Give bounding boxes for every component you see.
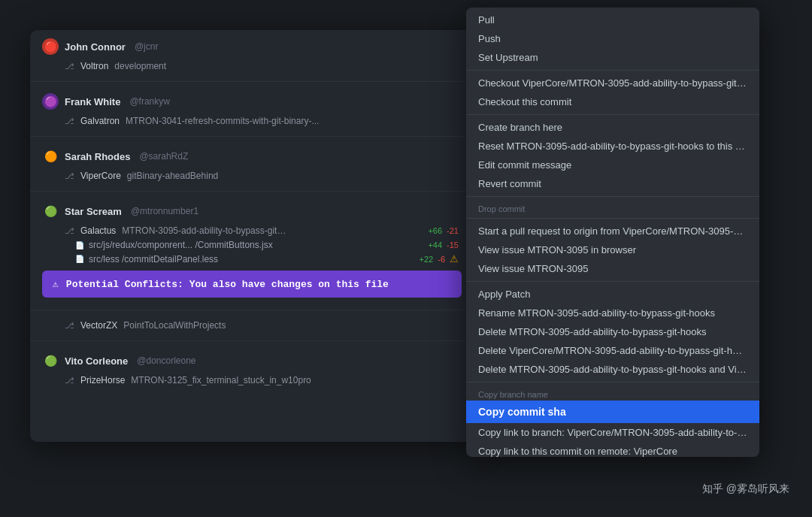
- menu-label-drop: Drop commit: [466, 200, 759, 215]
- user-handle-star: @mtronnumber1: [131, 206, 198, 216]
- branch-row-vector[interactable]: ⎇ VectorZX PointToLocalWithProjects: [30, 318, 474, 333]
- file-name-1: src/less /commitDetailPanel.less: [89, 254, 218, 265]
- divider-1: [30, 81, 474, 82]
- warning-icon-file-1: ⚠: [450, 253, 459, 265]
- watermark: 知乎 @雾岛听风来: [702, 482, 789, 496]
- branch-row-frank[interactable]: ⎇ Galvatron MTRON-3041-refresh-commits-w…: [30, 113, 474, 128]
- menu-pull[interactable]: Pull: [466, 11, 759, 29]
- menu-divider-6: [466, 382, 759, 382]
- avatar-sarah: 🟠: [42, 148, 59, 165]
- user-row-frank[interactable]: 🟣 Frank White @frankyw: [30, 89, 474, 113]
- branch-row-star[interactable]: ⎇ Galactus MTRON-3095-add-ability-to-byp…: [30, 223, 474, 238]
- user-row-john[interactable]: 🔴 John Connor @jcnr: [30, 35, 474, 59]
- branch-name-john: Voltron: [80, 61, 108, 71]
- branch-name-sarah: ViperCore: [80, 171, 121, 181]
- branch-name-star: Galactus: [80, 225, 116, 236]
- user-group-vito: 🟢 Vito Corleone @doncorleone ⎇ PrizeHors…: [30, 344, 474, 392]
- menu-copy-commit-sha[interactable]: Copy commit sha: [466, 401, 759, 423]
- menu-set-upstream[interactable]: Set Upstream: [466, 48, 759, 67]
- branch-name-vector: VectorZX: [80, 320, 117, 331]
- menu-copy-link-branch[interactable]: Copy link to branch: ViperCore/MTRON-309…: [466, 423, 759, 442]
- file-icon-0: 📄: [75, 241, 84, 249]
- menu-delete-origin-branch[interactable]: Delete ViperCore/MTRON-3095-add-ability-…: [466, 341, 759, 360]
- additions-file-0: +44: [428, 240, 442, 249]
- user-group-star: 🟢 Star Scream @mtronnumber1 ⎇ Galactus M…: [30, 195, 474, 307]
- menu-divider-5: [466, 281, 759, 282]
- branch-icon-frank: ⎇: [65, 116, 74, 126]
- user-row-vito[interactable]: 🟢 Vito Corleone @doncorleone: [30, 349, 474, 373]
- commit-frank: MTRON-3041-refresh-commits-with-git-bina…: [126, 116, 319, 126]
- menu-reset-branch[interactable]: Reset MTRON-3095-add-ability-to-bypass-g…: [466, 137, 759, 156]
- branch-row-john[interactable]: ⎇ Voltron development: [30, 59, 474, 74]
- commit-vector: PointToLocalWithProjects: [123, 320, 226, 331]
- file-name-0: src/js/redux/componrent... /CommitButton…: [89, 240, 273, 250]
- branch-icon-vector: ⎇: [65, 321, 74, 331]
- branch-row-sarah[interactable]: ⎇ ViperCore gitBinary-aheadBehind: [30, 168, 474, 183]
- conflict-warning-icon: ⚠: [53, 278, 59, 290]
- commit-star: MTRON-3095-add-ability-to-bypass-git-hoo…: [122, 225, 287, 236]
- commit-john: development: [114, 61, 166, 71]
- menu-delete-both[interactable]: Delete MTRON-3095-add-ability-to-bypass-…: [466, 360, 759, 379]
- branch-name-frank: Galvatron: [80, 116, 120, 126]
- menu-edit-commit-msg[interactable]: Edit commit message: [466, 156, 759, 174]
- user-handle-frank: @frankyw: [129, 96, 170, 107]
- user-group-frank: 🟣 Frank White @frankyw ⎇ Galvatron MTRON…: [30, 85, 474, 133]
- user-handle-vito: @doncorleone: [137, 355, 195, 366]
- menu-checkout-branch[interactable]: Checkout ViperCore/MTRON-3095-add-abilit…: [466, 74, 759, 92]
- file-row-0[interactable]: 📄 src/js/redux/componrent... /CommitButt…: [30, 238, 474, 252]
- user-handle-sarah: @sarahRdZ: [139, 151, 188, 162]
- user-name-frank: Frank White: [65, 96, 120, 107]
- menu-divider-2: [466, 114, 759, 115]
- avatar-star: 🟢: [42, 203, 59, 219]
- menu-push[interactable]: Push: [466, 29, 759, 48]
- menu-copy-link-remote[interactable]: Copy link to this commit on remote: Vipe…: [466, 442, 759, 457]
- user-group-john: 🔴 John Connor @jcnr ⎇ Voltron developmen…: [30, 30, 474, 78]
- user-row-star[interactable]: 🟢 Star Scream @mtronnumber1: [30, 199, 474, 223]
- user-name-sarah: Sarah Rhodes: [65, 151, 130, 162]
- user-name-star: Star Scream: [65, 206, 122, 217]
- user-group-vector: ⎇ VectorZX PointToLocalWithProjects: [30, 313, 474, 337]
- branch-icon-sarah: ⎇: [65, 171, 74, 181]
- menu-view-issue[interactable]: View issue MTRON-3095: [466, 259, 759, 278]
- menu-checkout-commit[interactable]: Checkout this commit: [466, 92, 759, 111]
- conflict-text: Potential Conflicts: You also have chang…: [66, 279, 389, 290]
- branch-name-vito: PrizeHorse: [80, 375, 125, 385]
- additions-file-1: +22: [420, 255, 434, 264]
- context-menu: Pull Push Set Upstream Checkout ViperCor…: [466, 8, 759, 457]
- user-row-sarah[interactable]: 🟠 Sarah Rhodes @sarahRdZ: [30, 144, 474, 168]
- avatar-john: 🔴: [42, 38, 59, 55]
- user-handle-john: @jcnr: [135, 41, 159, 52]
- divider-5: [30, 340, 474, 341]
- conflict-banner: ⚠ Potential Conflicts: You also have cha…: [42, 271, 462, 298]
- menu-view-issue-browser[interactable]: View issue MTRON-3095 in browser: [466, 240, 759, 259]
- file-row-1[interactable]: 📄 src/less /commitDetailPanel.less +22 -…: [30, 252, 474, 266]
- branch-icon-john: ⎇: [65, 62, 74, 71]
- divider-2: [30, 136, 474, 137]
- menu-divider-4: [466, 218, 759, 219]
- user-name-vito: Vito Corleone: [65, 355, 128, 367]
- avatar-vito: 🟢: [42, 352, 59, 369]
- menu-create-branch[interactable]: Create branch here: [466, 118, 759, 137]
- menu-divider-3: [466, 196, 759, 197]
- file-icon-1: 📄: [75, 255, 84, 263]
- commit-vito: MTRON-3125_fix_terminal_stuck_in_w10pro: [131, 375, 311, 385]
- menu-divider-1: [466, 70, 759, 71]
- divider-4: [30, 310, 474, 310]
- branch-icon-star: ⎇: [65, 226, 74, 236]
- menu-pull-request[interactable]: Start a pull request to origin from Vipe…: [466, 222, 759, 240]
- commit-sarah: gitBinary-aheadBehind: [127, 171, 218, 181]
- deletions-star: -21: [447, 226, 459, 235]
- deletions-file-1: -6: [438, 255, 445, 264]
- branch-row-vito[interactable]: ⎇ PrizeHorse MTRON-3125_fix_terminal_stu…: [30, 373, 474, 388]
- menu-rename[interactable]: Rename MTRON-3095-add-ability-to-bypass-…: [466, 304, 759, 322]
- additions-star: +66: [428, 226, 442, 235]
- user-group-sarah: 🟠 Sarah Rhodes @sarahRdZ ⎇ ViperCore git…: [30, 140, 474, 188]
- avatar-frank: 🟣: [42, 93, 59, 110]
- menu-delete-branch[interactable]: Delete MTRON-3095-add-ability-to-bypass-…: [466, 322, 759, 341]
- menu-apply-patch[interactable]: Apply Patch: [466, 285, 759, 304]
- branch-icon-vito: ⎇: [65, 376, 74, 385]
- deletions-file-0: -15: [447, 240, 459, 249]
- menu-revert-commit[interactable]: Revert commit: [466, 174, 759, 193]
- main-panel: 🔴 John Connor @jcnr ⎇ Voltron developmen…: [30, 30, 474, 442]
- menu-label-copy-branch: Copy branch name: [466, 385, 759, 401]
